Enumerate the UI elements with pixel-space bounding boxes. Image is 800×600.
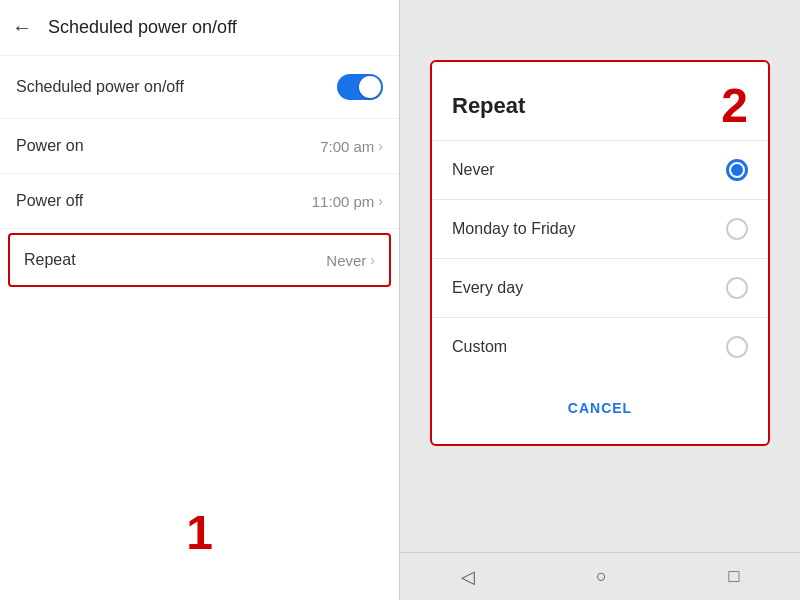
nav-recent-icon[interactable]: □ bbox=[728, 566, 739, 587]
never-radio[interactable] bbox=[726, 159, 748, 181]
repeat-item[interactable]: Repeat Never › bbox=[8, 233, 391, 287]
annotation-2: 2 bbox=[721, 82, 748, 130]
power-off-chevron-icon: › bbox=[378, 193, 383, 209]
never-label: Never bbox=[452, 161, 495, 179]
repeat-option-monday-friday[interactable]: Monday to Friday bbox=[432, 199, 768, 258]
scheduled-toggle-item[interactable]: Scheduled power on/off bbox=[0, 56, 399, 119]
power-off-label: Power off bbox=[16, 192, 83, 210]
power-on-label: Power on bbox=[16, 137, 84, 155]
scheduled-label: Scheduled power on/off bbox=[16, 78, 184, 96]
repeat-dialog: Repeat 2 Never Monday to Friday Every da… bbox=[430, 60, 770, 446]
power-off-value: 11:00 pm › bbox=[312, 193, 383, 210]
monday-friday-radio[interactable] bbox=[726, 218, 748, 240]
power-on-chevron-icon: › bbox=[378, 138, 383, 154]
repeat-value: Never › bbox=[326, 252, 375, 269]
repeat-option-never[interactable]: Never bbox=[432, 140, 768, 199]
every-day-label: Every day bbox=[452, 279, 523, 297]
repeat-option-custom[interactable]: Custom bbox=[432, 317, 768, 376]
cancel-button[interactable]: CANCEL bbox=[552, 392, 648, 424]
scheduled-toggle[interactable] bbox=[337, 74, 383, 100]
custom-radio[interactable] bbox=[726, 336, 748, 358]
power-on-value: 7:00 am › bbox=[320, 138, 383, 155]
custom-label: Custom bbox=[452, 338, 507, 356]
repeat-option-every-day[interactable]: Every day bbox=[432, 258, 768, 317]
every-day-radio[interactable] bbox=[726, 277, 748, 299]
power-on-item[interactable]: Power on 7:00 am › bbox=[0, 119, 399, 174]
nav-home-icon[interactable]: ○ bbox=[596, 566, 607, 587]
monday-friday-label: Monday to Friday bbox=[452, 220, 576, 238]
nav-back-icon[interactable]: ◁ bbox=[461, 566, 475, 588]
page-header: ← Scheduled power on/off bbox=[0, 0, 399, 56]
dialog-header: Repeat 2 bbox=[432, 62, 768, 140]
back-arrow-icon[interactable]: ← bbox=[12, 16, 32, 39]
dialog-title: Repeat bbox=[452, 93, 525, 119]
right-panel: Repeat 2 Never Monday to Friday Every da… bbox=[400, 0, 800, 600]
repeat-chevron-icon: › bbox=[370, 252, 375, 268]
annotation-1: 1 bbox=[186, 505, 213, 560]
page-title: Scheduled power on/off bbox=[48, 17, 237, 38]
power-off-item[interactable]: Power off 11:00 pm › bbox=[0, 174, 399, 229]
bottom-nav: ◁ ○ □ bbox=[400, 552, 800, 600]
left-panel: ← Scheduled power on/off Scheduled power… bbox=[0, 0, 400, 600]
repeat-label: Repeat bbox=[24, 251, 76, 269]
dialog-actions: CANCEL bbox=[432, 376, 768, 444]
repeat-options-list: Never Monday to Friday Every day Custom bbox=[432, 140, 768, 376]
